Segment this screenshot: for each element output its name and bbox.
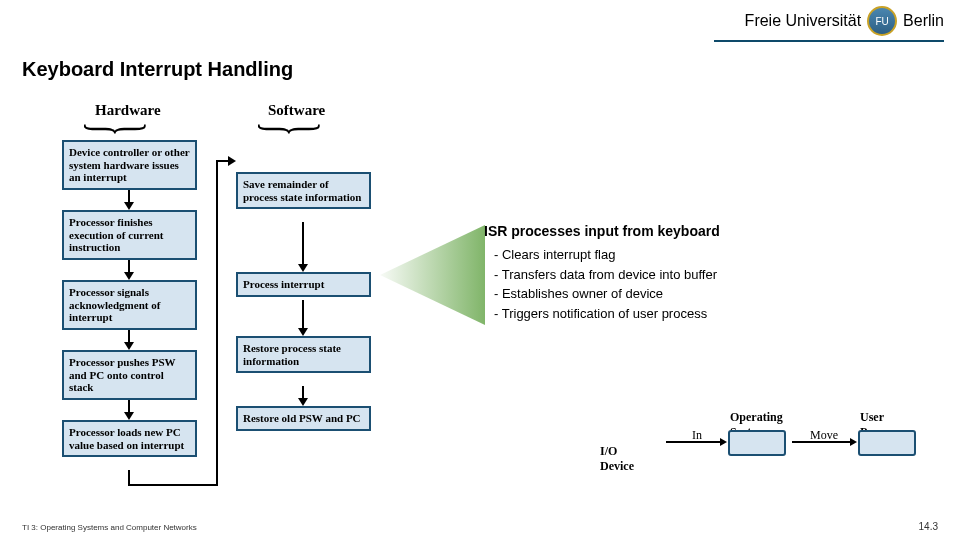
isr-list: Clears interrupt flag Transfers data fro… (484, 245, 864, 323)
arrow-head-icon (124, 272, 134, 280)
curly-brace-icon: } (251, 122, 336, 136)
slide-number: 14.3 (919, 521, 938, 532)
arrow-head-icon (124, 202, 134, 210)
isr-annotation: ISR processes input from keyboard Clears… (484, 223, 864, 323)
arrow-head-icon (298, 264, 308, 272)
seal-icon: FU (867, 6, 897, 36)
move-arrow-label: Move (810, 428, 838, 443)
hw-step-3: Processor signals acknowledgment of inte… (62, 280, 197, 330)
io-device-label: I/O Device (600, 444, 634, 474)
hw-step-2: Processor finishes execution of current … (62, 210, 197, 260)
software-column-header: Software (268, 102, 325, 119)
connector (128, 470, 130, 484)
hw-step-4: Processor pushes PSW and PC onto control… (62, 350, 197, 400)
curly-brace-icon: } (77, 122, 162, 136)
arrow-head-icon (298, 328, 308, 336)
connector (216, 160, 218, 486)
isr-item: Clears interrupt flag (494, 245, 864, 265)
institution-pre: Freie Universität (745, 12, 861, 30)
arrow-head-icon (720, 438, 727, 446)
isr-item: Triggers notification of user process (494, 304, 864, 324)
isr-item: Transfers data from device into buffer (494, 265, 864, 285)
footer-left: TI 3: Operating Systems and Computer Net… (22, 523, 197, 532)
arrow-head-icon (124, 412, 134, 420)
slide-title: Keyboard Interrupt Handling (22, 58, 293, 81)
institution-logo: Freie Universität FU Berlin (745, 6, 944, 36)
sw-step-2: Process interrupt (236, 272, 371, 297)
connector (128, 484, 218, 486)
hw-step-1: Device controller or other system hardwa… (62, 140, 197, 190)
sw-step-3: Restore process state information (236, 336, 371, 373)
arrow-head-icon (850, 438, 857, 446)
arrow-right-icon (228, 156, 236, 166)
institution-post: Berlin (903, 12, 944, 30)
in-arrow-label: In (692, 428, 702, 443)
hw-step-5: Processor loads new PC value based on in… (62, 420, 197, 457)
arrow-head-icon (298, 398, 308, 406)
arrow-down-icon (302, 300, 304, 330)
isr-title: ISR processes input from keyboard (484, 223, 864, 239)
arrow-down-icon (302, 222, 304, 266)
arrow-head-icon (124, 342, 134, 350)
isr-item: Establishes owner of device (494, 284, 864, 304)
hardware-column-header: Hardware (95, 102, 161, 119)
sw-step-1: Save remainder of process state informat… (236, 172, 371, 209)
highlight-gradient (380, 225, 485, 325)
logo-underline (714, 40, 944, 42)
os-buffer-box (728, 430, 786, 456)
sw-step-4: Restore old PSW and PC (236, 406, 371, 431)
user-buffer-box (858, 430, 916, 456)
